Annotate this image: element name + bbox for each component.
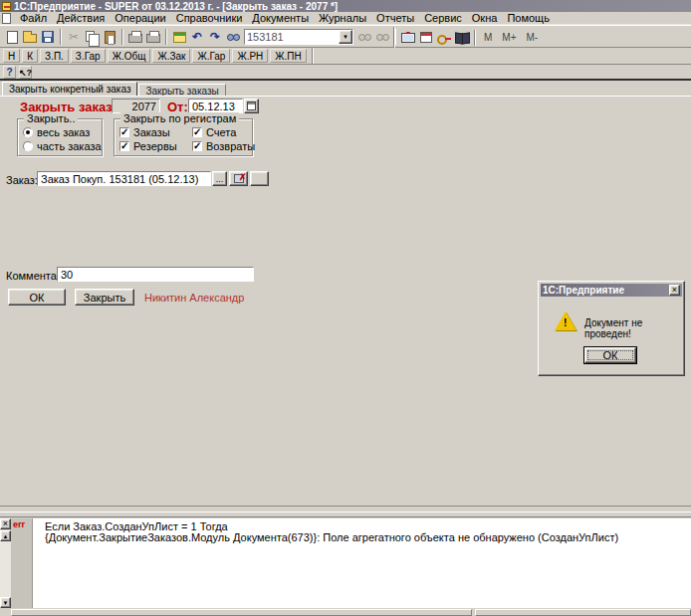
redo-button[interactable]: ↷	[207, 28, 223, 46]
help-toolbar: ? ↖?	[0, 66, 691, 79]
messages-scroll-down-button[interactable]: ▼	[0, 597, 11, 608]
print-icon	[146, 34, 160, 43]
help-icon: ?	[6, 67, 12, 78]
checkbox-checked-icon: ✓	[119, 141, 129, 151]
tab-close-specific-order[interactable]: Закрыть конкретный заказ	[2, 82, 137, 96]
find-prev-button[interactable]	[374, 28, 390, 46]
checkbox-returns-label: Возвраты	[206, 140, 255, 152]
print-preview-button[interactable]	[127, 28, 143, 46]
nav-button-zp[interactable]: З.П.	[40, 49, 69, 63]
menu-documents[interactable]: Документы	[247, 12, 314, 24]
clear-x-icon: ✗	[239, 173, 247, 182]
radio-whole-order[interactable]: весь заказ	[23, 126, 90, 138]
date-picker-icon	[247, 102, 256, 110]
copy-button[interactable]	[84, 28, 100, 46]
checkbox-invoices[interactable]: ✓ Счета	[192, 126, 236, 138]
calendar-icon	[420, 32, 432, 43]
print-preview-icon	[128, 34, 142, 43]
menu-file[interactable]: Файл	[15, 12, 52, 24]
binoculars-icon	[227, 33, 240, 41]
undo-button[interactable]: ↶	[189, 28, 205, 46]
nav-button-zhobsch[interactable]: Ж.Общ	[108, 49, 151, 63]
order-field[interactable]	[37, 171, 211, 186]
order-extra-button[interactable]	[250, 171, 269, 186]
find-button[interactable]	[225, 28, 241, 46]
calculator-button[interactable]	[436, 29, 452, 47]
menu-windows[interactable]: Окна	[467, 12, 503, 24]
calendar-button[interactable]	[418, 29, 434, 47]
paste-button[interactable]	[102, 28, 117, 46]
close-x-icon: ×	[3, 519, 8, 528]
checkbox-orders[interactable]: ✓ Заказы	[119, 126, 170, 138]
find-dropdown-button[interactable]: ▼	[339, 30, 352, 44]
dialog-title-bar: 1С:Предприятие ×	[541, 284, 682, 297]
print-button[interactable]	[145, 28, 161, 46]
messages-scroll-up-button[interactable]: ▲	[0, 530, 11, 541]
save-button[interactable]	[40, 28, 56, 46]
checkbox-returns[interactable]: ✓ Возвраты	[192, 140, 255, 152]
messages-scrollbar-track[interactable]	[0, 541, 11, 597]
table-button[interactable]	[171, 28, 187, 46]
status-strip	[475, 609, 691, 616]
new-button[interactable]	[4, 28, 20, 46]
close-x-icon: ×	[672, 286, 677, 295]
nav-button-zgar[interactable]: З.Гар	[71, 49, 106, 63]
toolbar-separator	[165, 29, 167, 45]
panel-splitter[interactable]	[0, 512, 691, 517]
memory-mminus-button[interactable]: М-	[522, 32, 544, 43]
monitor-icon	[401, 33, 415, 43]
order-browse-button[interactable]: ...	[212, 171, 227, 186]
radio-part-order[interactable]: часть заказа	[23, 140, 102, 152]
cut-button[interactable]: ✂	[66, 28, 82, 46]
book-icon	[455, 33, 469, 43]
nav-button-zhpn[interactable]: Ж.ПН	[270, 49, 306, 63]
messages-close-button[interactable]: ×	[0, 518, 11, 529]
date-field[interactable]	[188, 99, 243, 113]
document-system-icon[interactable]	[2, 13, 11, 24]
radio-part-order-label: часть заказа	[37, 140, 102, 152]
radio-selected-icon	[23, 127, 33, 137]
menu-journals[interactable]: Журналы	[314, 12, 371, 24]
warning-exclamation: !	[564, 316, 568, 328]
context-help-button[interactable]: ↖?	[19, 66, 32, 79]
find-next-button[interactable]	[356, 28, 372, 46]
dialog-close-button[interactable]: ×	[669, 285, 680, 296]
nav-button-zhzak[interactable]: Ж.Зак	[152, 49, 190, 63]
dialog-ok-button[interactable]: ОК	[584, 347, 636, 363]
ok-button[interactable]: ОК	[8, 289, 66, 306]
menu-references[interactable]: Справочники	[171, 12, 248, 24]
menu-help[interactable]: Помощь	[502, 12, 555, 24]
toolbar-separator	[312, 48, 314, 64]
checkbox-reserves[interactable]: ✓ Резервы	[119, 140, 177, 152]
manual-button[interactable]	[454, 29, 470, 47]
undo-icon: ↶	[192, 31, 202, 43]
order-open-button[interactable]: ✗	[229, 171, 248, 186]
nav-button-n[interactable]: Н	[3, 49, 20, 63]
nav-button-zhrn[interactable]: Ж.РН	[232, 49, 268, 63]
close-button[interactable]: Закрыть	[75, 289, 134, 306]
find-input[interactable]	[245, 30, 339, 44]
window-divider	[0, 79, 691, 81]
menu-actions[interactable]: Действия	[52, 12, 110, 24]
open-folder-icon	[23, 34, 37, 43]
memory-m-button[interactable]: М	[479, 32, 497, 43]
ellipsis-icon: ...	[216, 174, 224, 184]
menu-operations[interactable]: Операции	[110, 12, 170, 24]
order-number-field[interactable]	[112, 99, 160, 113]
menu-reports[interactable]: Отчеты	[371, 12, 419, 24]
memory-mplus-button[interactable]: М+	[497, 32, 521, 43]
help-topic-button[interactable]: ?	[3, 66, 16, 79]
registers-group: Закрыть по регистрам ✓ Заказы ✓ Резервы …	[114, 118, 253, 156]
open-button[interactable]	[22, 28, 38, 46]
tab-close-orders[interactable]: Закрыть заказы	[138, 84, 225, 96]
horizontal-scrollbar[interactable]	[11, 609, 472, 616]
error-marker: err	[13, 519, 25, 529]
date-picker-button[interactable]	[244, 99, 259, 113]
main-toolbar-left: ✂ ↶ ↷ ▼ ?	[0, 27, 417, 47]
app-icon	[2, 2, 11, 11]
monitor-button[interactable]	[400, 29, 416, 47]
menu-service[interactable]: Сервис	[419, 12, 467, 24]
comment-field[interactable]	[57, 267, 254, 282]
nav-button-k[interactable]: К	[22, 49, 38, 63]
nav-button-zhgar[interactable]: Ж.Гар	[192, 49, 230, 63]
